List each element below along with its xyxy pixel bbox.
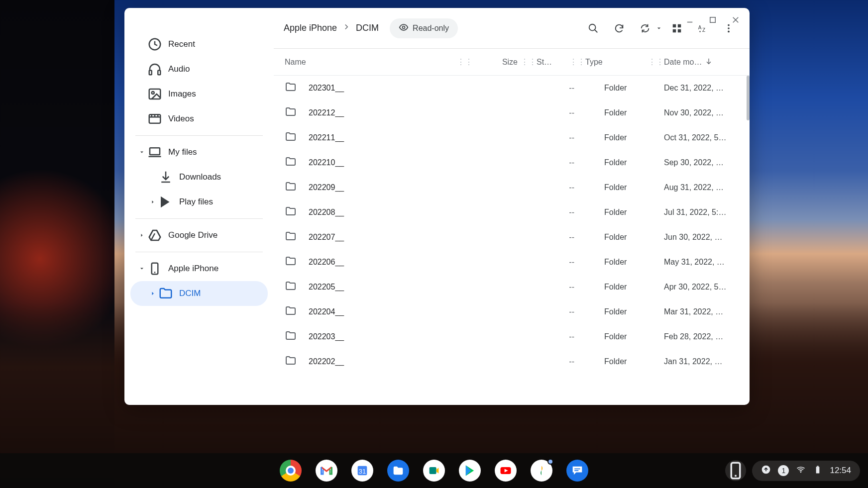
folder-icon bbox=[158, 286, 173, 301]
breadcrumb-root[interactable]: Apple iPhone bbox=[284, 23, 337, 33]
sidebar-item-play-files[interactable]: Play files bbox=[130, 190, 268, 214]
file-name: 202211__ bbox=[309, 133, 344, 142]
sidebar-item-downloads[interactable]: Downloads bbox=[130, 165, 268, 190]
sync-dropdown-caret[interactable] bbox=[656, 26, 662, 30]
file-date: Apr 30, 2022, 5… bbox=[664, 283, 739, 292]
sidebar-item-apple-iphone[interactable]: Apple iPhone bbox=[130, 256, 268, 281]
sidebar-item-my-files[interactable]: My files bbox=[130, 140, 268, 165]
svg-rect-10 bbox=[150, 148, 160, 155]
window-controls bbox=[680, 10, 746, 30]
table-row[interactable]: 202203__--FolderFeb 28, 2022, … bbox=[274, 324, 750, 349]
chevron-right-icon bbox=[147, 199, 158, 205]
files-app[interactable] bbox=[387, 460, 409, 482]
table-row[interactable]: 202211__--FolderOct 31, 2022, 5… bbox=[274, 125, 750, 150]
drive-icon bbox=[147, 228, 162, 243]
close-button[interactable] bbox=[726, 10, 746, 30]
file-name: 202207__ bbox=[309, 233, 344, 242]
file-name: 202301__ bbox=[309, 84, 344, 93]
folder-icon bbox=[285, 205, 297, 219]
table-row[interactable]: 202206__--FolderMay 31, 2022, … bbox=[274, 250, 750, 275]
file-rows[interactable]: 202301__--FolderDec 31, 2022, …202212__-… bbox=[274, 76, 750, 405]
eye-icon bbox=[399, 22, 409, 34]
chrome-app[interactable] bbox=[280, 460, 302, 482]
chevron-right-icon bbox=[147, 291, 158, 296]
youtube-app[interactable] bbox=[495, 460, 517, 482]
file-type: Folder bbox=[604, 84, 664, 93]
col-status[interactable]: St… bbox=[537, 58, 552, 66]
col-type[interactable]: Type bbox=[585, 58, 603, 66]
column-resize-handle[interactable]: ⋮⋮ bbox=[457, 57, 473, 67]
shelf: 31 1 12:54 bbox=[0, 453, 868, 488]
table-row[interactable]: 202205__--FolderApr 30, 2022, 5… bbox=[274, 275, 750, 299]
column-resize-handle[interactable]: ⋮⋮ bbox=[569, 57, 585, 67]
messages-app[interactable] bbox=[566, 460, 588, 482]
col-name[interactable]: Name bbox=[285, 58, 306, 67]
battery-icon bbox=[813, 465, 823, 477]
table-row[interactable]: 202202__--FolderJan 31, 2022, … bbox=[274, 349, 750, 374]
breadcrumb: Apple iPhone DCIM bbox=[284, 22, 379, 34]
sidebar: Recent Audio Images Videos My f bbox=[124, 8, 274, 405]
svg-rect-6 bbox=[158, 71, 160, 75]
svg-point-35 bbox=[800, 471, 802, 473]
table-row[interactable]: 202208__--FolderJul 31, 2022, 5:… bbox=[274, 200, 750, 225]
column-resize-handle[interactable]: ⋮⋮ bbox=[648, 57, 664, 67]
column-resize-handle[interactable]: ⋮⋮ bbox=[521, 57, 537, 67]
folder-icon bbox=[285, 106, 297, 120]
phone-hub-button[interactable] bbox=[725, 460, 746, 481]
sidebar-item-google-drive[interactable]: Google Drive bbox=[130, 223, 268, 248]
table-row[interactable]: 202301__--FolderDec 31, 2022, … bbox=[274, 76, 750, 100]
file-date: Mar 31, 2022, … bbox=[664, 307, 739, 316]
status-tray[interactable]: 1 12:54 bbox=[752, 461, 860, 481]
file-size: -- bbox=[530, 133, 574, 142]
play-store-app[interactable] bbox=[459, 460, 481, 482]
meet-app[interactable] bbox=[423, 460, 445, 482]
table-row[interactable]: 202212__--FolderNov 30, 2022, … bbox=[274, 100, 750, 125]
file-date: Aug 31, 2022, … bbox=[664, 183, 739, 192]
gmail-app[interactable] bbox=[316, 460, 337, 482]
svg-rect-18 bbox=[673, 29, 676, 32]
file-type: Folder bbox=[604, 133, 664, 142]
minimize-button[interactable] bbox=[680, 10, 700, 30]
file-type: Folder bbox=[604, 183, 664, 192]
phone-icon bbox=[147, 261, 162, 276]
file-date: May 31, 2022, … bbox=[664, 258, 739, 267]
play-store-icon bbox=[158, 195, 173, 209]
file-date: Jan 31, 2022, … bbox=[664, 357, 739, 366]
col-date[interactable]: Date mo… bbox=[664, 58, 702, 67]
sidebar-item-recent[interactable]: Recent bbox=[130, 32, 268, 57]
table-row[interactable]: 202207__--FolderJun 30, 2022, … bbox=[274, 225, 750, 250]
image-icon bbox=[147, 87, 162, 101]
table-row[interactable]: 202209__--FolderAug 31, 2022, … bbox=[274, 175, 750, 200]
col-size[interactable]: Size bbox=[502, 58, 518, 66]
photos-app[interactable] bbox=[531, 460, 552, 482]
file-size: -- bbox=[530, 307, 574, 316]
table-row[interactable]: 202210__--FolderSep 30, 2022, … bbox=[274, 150, 750, 175]
scrollbar-thumb[interactable] bbox=[747, 76, 750, 120]
clock-label: 12:54 bbox=[830, 466, 851, 476]
sidebar-separator bbox=[135, 252, 263, 252]
sidebar-item-audio[interactable]: Audio bbox=[130, 57, 268, 82]
folder-icon bbox=[285, 280, 297, 294]
file-name: 202206__ bbox=[309, 258, 344, 267]
notification-badge-icon bbox=[547, 459, 553, 465]
folder-icon bbox=[285, 81, 297, 95]
folder-icon bbox=[285, 230, 297, 244]
sidebar-item-dcim[interactable]: DCIM bbox=[130, 281, 268, 306]
folder-icon bbox=[285, 255, 297, 269]
file-size: -- bbox=[530, 183, 574, 192]
sync-button[interactable] bbox=[634, 17, 656, 39]
table-row[interactable]: 202204__--FolderMar 31, 2022, … bbox=[274, 299, 750, 324]
maximize-button[interactable] bbox=[703, 10, 723, 30]
shelf-status-area[interactable]: 1 12:54 bbox=[725, 460, 860, 481]
refresh-button[interactable] bbox=[608, 17, 630, 39]
svg-rect-7 bbox=[149, 89, 161, 99]
toolbar: Apple iPhone DCIM Read-only AZ bbox=[274, 8, 750, 49]
svg-point-14 bbox=[589, 24, 596, 30]
svg-line-15 bbox=[595, 29, 598, 32]
sidebar-item-images[interactable]: Images bbox=[130, 82, 268, 106]
calendar-app[interactable]: 31 bbox=[351, 460, 373, 482]
folder-icon bbox=[285, 131, 297, 145]
search-button[interactable] bbox=[582, 17, 604, 39]
sidebar-item-videos[interactable]: Videos bbox=[130, 106, 268, 131]
wifi-icon bbox=[796, 465, 806, 477]
